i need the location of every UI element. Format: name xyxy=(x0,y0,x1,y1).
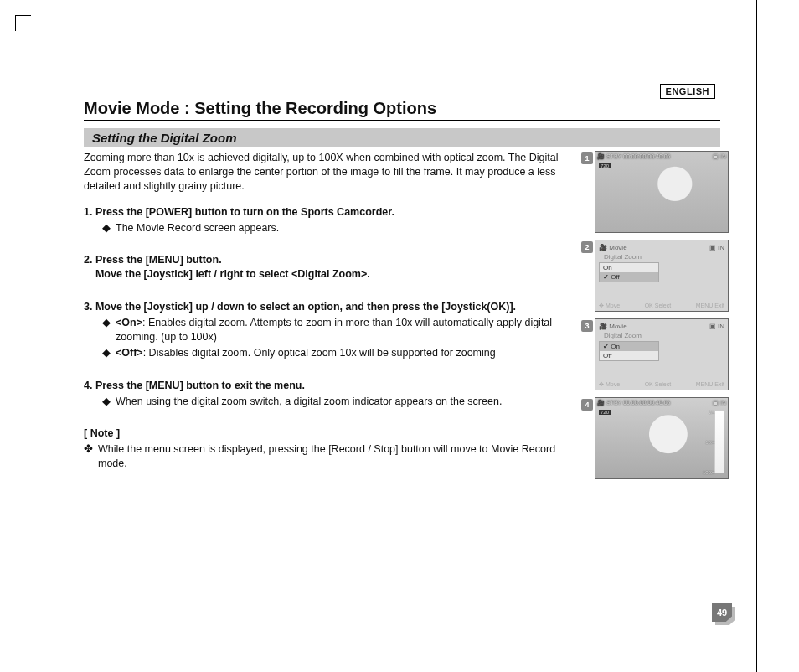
language-tag: ENGLISH xyxy=(660,84,715,99)
title-rule xyxy=(84,120,720,121)
menu-option-on: On xyxy=(600,263,658,272)
step-4: 4. Press the [MENU] button to exit the m… xyxy=(84,379,585,409)
step-num: 4. xyxy=(84,380,92,391)
intro-text: Zooming more than 10x is achieved digita… xyxy=(84,151,585,194)
step-num: 3. xyxy=(84,301,92,313)
figure-2: 2 🎥 Movie ▣ IN Digital Zoom On ✔ Off ✥ M… xyxy=(595,240,737,312)
step-head: Move the [Joystick] up / down to select … xyxy=(95,301,516,313)
body-column: Zooming more than 10x is achieved digita… xyxy=(84,151,585,486)
menu-setting-label: Digital Zoom xyxy=(604,332,724,339)
menu-option-off: ✔ Off xyxy=(600,272,658,282)
bullet-icon: ◆ xyxy=(102,395,111,409)
option-label: <Off> xyxy=(116,347,143,359)
step-head: Press the [POWER] button to turn on the … xyxy=(95,206,394,218)
menu-setting-label: Digital Zoom xyxy=(604,253,724,261)
figure-number: 3 xyxy=(581,320,593,332)
step-num: 2. xyxy=(84,254,92,266)
section-subtitle: Setting the Digital Zoom xyxy=(84,128,720,147)
bullet-icon: ◆ xyxy=(102,316,111,344)
note-text: While the menu screen is displayed, pres… xyxy=(98,442,585,471)
sub-text: The Movie Record screen appears. xyxy=(116,221,279,235)
figure-number: 2 xyxy=(581,241,593,253)
page-title: Movie Mode : Setting the Recording Optio… xyxy=(84,99,749,118)
bullet-icon: ◆ xyxy=(102,221,111,235)
manual-page: ENGLISH Movie Mode : Setting the Recordi… xyxy=(0,0,799,672)
option-text: : Enables digital zoom. Attempts to zoom… xyxy=(116,317,552,343)
zoom-label: 1X xyxy=(709,410,714,415)
figure-column: 1 🎥 STBY 00:00:00/00:40:05 ▣ IN 720 2 🎥 … xyxy=(595,151,737,486)
figure-number: 4 xyxy=(581,399,593,411)
menu-option-on: ✔ On xyxy=(600,342,658,351)
zoom-label: 10X xyxy=(705,440,714,445)
note-bullet-icon: ✤ xyxy=(84,442,93,471)
figure-4: 4 🎥 STBY 00:00:00/00:40:05 ▣ IN 720 1X 1… xyxy=(595,397,737,479)
step-num: 1. xyxy=(84,206,92,218)
crop-mark xyxy=(15,15,31,31)
step-head-a: Press the [MENU] button. xyxy=(95,254,222,266)
step-3: 3. Move the [Joystick] up / down to sele… xyxy=(84,300,585,360)
res-badge: 720 xyxy=(599,163,611,168)
option-text: : Disables digital zoom. Only optical zo… xyxy=(143,347,496,359)
bullet-icon: ◆ xyxy=(102,346,111,360)
sub-text: When using the digital zoom switch, a di… xyxy=(116,395,502,409)
menu-option-off: Off xyxy=(600,351,658,360)
figure-3: 3 🎥 Movie ▣ IN Digital Zoom ✔ On Off ✥ M… xyxy=(595,318,737,390)
res-badge: 720 xyxy=(599,410,611,415)
zoom-label: 100X xyxy=(703,470,714,475)
figure-1: 1 🎥 STBY 00:00:00/00:40:05 ▣ IN 720 xyxy=(595,151,737,233)
note-heading: [ Note ] xyxy=(84,426,585,441)
zoom-scale xyxy=(714,410,724,473)
crop-mark xyxy=(687,638,799,638)
step-1: 1. Press the [POWER] button to turn on t… xyxy=(84,205,585,235)
step-head-b: Move the [Joystick] left / right to sele… xyxy=(95,268,370,280)
crop-mark xyxy=(756,0,757,672)
step-2: 2. Press the [MENU] button. 2. Move the … xyxy=(84,253,585,282)
step-head: Press the [MENU] button to exit the menu… xyxy=(95,380,305,391)
figure-number: 1 xyxy=(581,152,593,164)
option-label: <On> xyxy=(116,317,142,328)
